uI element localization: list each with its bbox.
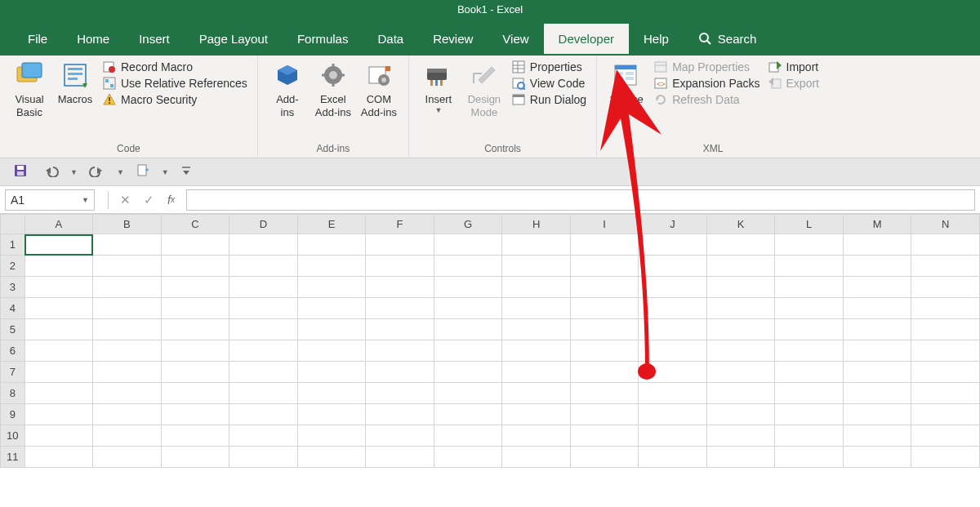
- cell-G7[interactable]: [434, 362, 502, 383]
- cell-D8[interactable]: [229, 383, 298, 404]
- addins-button[interactable]: Add- ins: [265, 59, 310, 118]
- cell-F9[interactable]: [366, 404, 434, 425]
- cell-A4[interactable]: [24, 298, 93, 319]
- save-button[interactable]: [10, 162, 31, 182]
- cell-L8[interactable]: [775, 383, 843, 404]
- cell-M7[interactable]: [843, 362, 911, 383]
- cell-C5[interactable]: [161, 319, 229, 340]
- cell-C4[interactable]: [161, 298, 229, 319]
- cell-I3[interactable]: [570, 277, 638, 298]
- cell-I5[interactable]: [570, 319, 638, 340]
- cell-C2[interactable]: [161, 256, 229, 277]
- cell-K2[interactable]: [706, 256, 775, 277]
- customize-qat-button[interactable]: [177, 163, 195, 180]
- undo-button[interactable]: [39, 162, 62, 181]
- column-header-K[interactable]: K: [706, 215, 775, 234]
- column-header-H[interactable]: H: [502, 215, 571, 234]
- formula-input[interactable]: [186, 189, 975, 211]
- cancel-formula-button[interactable]: ✕: [120, 193, 131, 207]
- column-header-N[interactable]: N: [911, 215, 980, 234]
- row-header-7[interactable]: 7: [1, 362, 25, 383]
- column-header-A[interactable]: A: [24, 215, 93, 234]
- cell-B9[interactable]: [93, 404, 162, 425]
- cell-B11[interactable]: [93, 447, 162, 468]
- design-mode-button[interactable]: Design Mode: [461, 59, 507, 118]
- cell-N11[interactable]: [911, 447, 980, 468]
- cell-C11[interactable]: [161, 447, 229, 468]
- cell-K3[interactable]: [706, 277, 775, 298]
- cell-I9[interactable]: [570, 404, 638, 425]
- cell-I4[interactable]: [570, 298, 638, 319]
- excel-addins-button[interactable]: Excel Add-ins: [310, 59, 356, 118]
- cell-H4[interactable]: [502, 298, 571, 319]
- cell-K7[interactable]: [706, 362, 775, 383]
- cell-C10[interactable]: [161, 425, 229, 447]
- tab-home[interactable]: Home: [62, 24, 124, 54]
- row-header-11[interactable]: 11: [1, 447, 25, 468]
- row-header-4[interactable]: 4: [1, 298, 25, 319]
- column-header-D[interactable]: D: [229, 215, 298, 234]
- properties-button[interactable]: Properties: [512, 60, 586, 73]
- cell-K10[interactable]: [706, 425, 775, 447]
- cell-M11[interactable]: [843, 447, 911, 468]
- column-header-C[interactable]: C: [161, 215, 229, 234]
- cell-C7[interactable]: [161, 362, 229, 383]
- cell-K8[interactable]: [706, 383, 775, 404]
- cell-A11[interactable]: [24, 447, 93, 468]
- cell-J11[interactable]: [639, 447, 706, 468]
- cell-N5[interactable]: [911, 319, 980, 340]
- tab-review[interactable]: Review: [418, 24, 488, 54]
- cell-A1[interactable]: [24, 234, 93, 256]
- enter-formula-button[interactable]: ✓: [144, 193, 154, 207]
- cell-C1[interactable]: [161, 234, 229, 256]
- cell-J7[interactable]: [639, 362, 706, 383]
- cell-N8[interactable]: [911, 383, 980, 404]
- cell-G3[interactable]: [434, 277, 502, 298]
- cell-C6[interactable]: [161, 340, 229, 362]
- cell-K11[interactable]: [706, 447, 775, 468]
- cell-K5[interactable]: [706, 319, 775, 340]
- cell-G4[interactable]: [434, 298, 502, 319]
- cell-H3[interactable]: [502, 277, 571, 298]
- expansion-packs-button[interactable]: <> Expansion Packs: [654, 77, 760, 90]
- cell-I6[interactable]: [570, 340, 638, 362]
- undo-dropdown[interactable]: ▼: [70, 168, 78, 176]
- cell-B1[interactable]: [93, 234, 162, 256]
- cell-B6[interactable]: [93, 340, 162, 362]
- run-dialog-button[interactable]: Run Dialog: [512, 93, 586, 106]
- cell-F11[interactable]: [366, 447, 434, 468]
- column-header-G[interactable]: G: [434, 215, 502, 234]
- cell-D9[interactable]: [229, 404, 298, 425]
- map-properties-button[interactable]: Map Properties: [654, 60, 760, 73]
- cell-M10[interactable]: [843, 425, 911, 447]
- cell-I2[interactable]: [570, 256, 638, 277]
- cell-E7[interactable]: [297, 362, 366, 383]
- cell-M5[interactable]: [843, 319, 911, 340]
- insert-controls-button[interactable]: Insert ▼: [416, 59, 461, 114]
- cell-B8[interactable]: [93, 383, 162, 404]
- cell-M2[interactable]: [843, 256, 911, 277]
- cell-H8[interactable]: [502, 383, 571, 404]
- row-header-10[interactable]: 10: [1, 425, 25, 447]
- cell-I1[interactable]: [570, 234, 638, 256]
- cell-K4[interactable]: [706, 298, 775, 319]
- tab-insert[interactable]: Insert: [124, 24, 185, 54]
- cell-G2[interactable]: [434, 256, 502, 277]
- cell-G11[interactable]: [434, 447, 502, 468]
- cell-E6[interactable]: [297, 340, 366, 362]
- cell-D6[interactable]: [229, 340, 298, 362]
- tab-data[interactable]: Data: [363, 24, 418, 54]
- cell-J8[interactable]: [639, 383, 706, 404]
- cell-N1[interactable]: [911, 234, 980, 256]
- cell-H1[interactable]: [502, 234, 571, 256]
- cell-F4[interactable]: [366, 298, 434, 319]
- cell-F3[interactable]: [366, 277, 434, 298]
- cell-I7[interactable]: [570, 362, 638, 383]
- use-relative-references-button[interactable]: Use Relative References: [103, 77, 247, 90]
- cell-A8[interactable]: [24, 383, 93, 404]
- cell-B7[interactable]: [93, 362, 162, 383]
- cell-B5[interactable]: [93, 319, 162, 340]
- qat-item-dropdown[interactable]: ▼: [162, 168, 169, 176]
- cell-G5[interactable]: [434, 319, 502, 340]
- cell-D4[interactable]: [229, 298, 298, 319]
